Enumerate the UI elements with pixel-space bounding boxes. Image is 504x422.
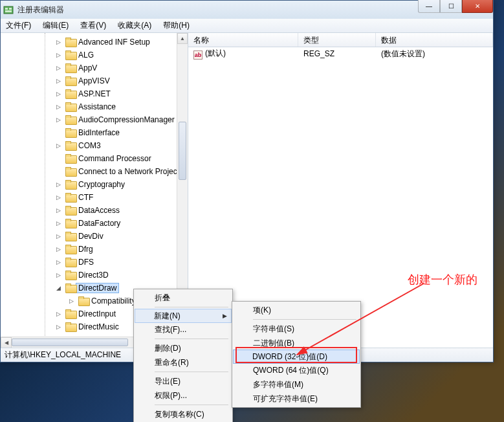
folder-icon xyxy=(65,141,76,150)
twisty-closed-icon[interactable]: ▷ xyxy=(56,259,64,265)
annotation-text: 创建一个新的 xyxy=(408,272,477,287)
twisty-closed-icon[interactable]: ▷ xyxy=(56,207,64,214)
tree-item[interactable]: ▷DevDiv xyxy=(1,230,188,243)
twisty-closed-icon[interactable]: ▷ xyxy=(56,246,64,252)
tree-item-label: Connect to a Network Projector xyxy=(78,167,186,176)
tree-item[interactable]: Command Processor xyxy=(1,152,188,165)
twisty-closed-icon[interactable]: ▷ xyxy=(56,117,64,123)
tree-item[interactable]: BidInterface xyxy=(1,126,188,139)
folder-icon xyxy=(65,50,76,60)
ctx-new-string[interactable]: 字符串值(S) xyxy=(234,322,359,336)
twisty-closed-icon[interactable]: ▷ xyxy=(56,220,64,227)
menu-favorites[interactable]: 收藏夹(A) xyxy=(115,19,154,32)
tree-item[interactable]: ▷Advanced INF Setup xyxy=(1,36,188,49)
twisty-closed-icon[interactable]: ▷ xyxy=(56,52,64,58)
tree-item[interactable]: Connect to a Network Projector xyxy=(1,165,188,178)
ctx-new[interactable]: 新建(N)▶ xyxy=(135,309,232,323)
ctx-new-qword[interactable]: QWORD (64 位)值(Q) xyxy=(234,363,359,377)
tree-item-label: DirectDraw xyxy=(76,283,119,293)
tree-item[interactable]: ▷Direct3D xyxy=(1,269,188,282)
ctx-separator xyxy=(155,372,228,372)
tree-item[interactable]: ▷Cryptography xyxy=(1,178,188,191)
ctx-new-binary[interactable]: 二进制值(B) xyxy=(234,336,359,350)
tree-item[interactable]: ▷AppV xyxy=(1,61,188,74)
submenu-arrow-icon: ▶ xyxy=(223,313,227,319)
tree-item-label: DFS xyxy=(78,258,94,267)
twisty-closed-icon[interactable]: ▷ xyxy=(69,298,77,304)
twisty-closed-icon[interactable]: ▷ xyxy=(56,78,64,84)
regedit-icon xyxy=(3,5,14,15)
ctx-new-expandstring[interactable]: 可扩充字符串值(E) xyxy=(234,392,359,406)
twisty-closed-icon[interactable]: ▷ xyxy=(56,324,64,330)
maximize-button[interactable]: ☐ xyxy=(440,0,462,13)
twisty-closed-icon[interactable]: ▷ xyxy=(56,233,64,239)
menu-help[interactable]: 帮助(H) xyxy=(160,19,192,32)
menu-file[interactable]: 文件(F) xyxy=(3,19,34,32)
tree-item[interactable]: ▷Assistance xyxy=(1,100,188,113)
scroll-up-button[interactable]: ▲ xyxy=(177,33,188,44)
tree-item-label: ASP.NET xyxy=(78,89,111,98)
twisty-closed-icon[interactable]: ▷ xyxy=(56,181,64,188)
ctx-permissions[interactable]: 权限(P)... xyxy=(135,388,231,403)
ctx-export[interactable]: 导出(E) xyxy=(135,374,231,388)
col-name[interactable]: 名称 xyxy=(188,33,298,47)
tree-item-label: DataFactory xyxy=(78,219,120,228)
ctx-rename[interactable]: 重命名(R) xyxy=(135,355,231,370)
tree-item-label: Advanced INF Setup xyxy=(78,38,150,47)
tree-item[interactable]: ▷DataAccess xyxy=(1,204,188,217)
ctx-new-multistring[interactable]: 多字符串值(M) xyxy=(234,377,359,392)
ctx-find[interactable]: 查找(F)... xyxy=(135,322,231,337)
twisty-closed-icon[interactable]: ▷ xyxy=(56,39,64,45)
twisty-closed-icon[interactable]: ▷ xyxy=(56,65,64,71)
tree-item[interactable]: ▷ALG xyxy=(1,49,188,61)
tree-item[interactable]: ▷DFS xyxy=(1,256,188,269)
ctx-copy-key-name[interactable]: 复制项名称(C) xyxy=(135,407,231,421)
twisty-closed-icon[interactable]: ▷ xyxy=(56,311,64,317)
tree-item[interactable]: ▷COM3 xyxy=(1,139,188,152)
minimize-button[interactable]: — xyxy=(418,0,440,13)
ctx-new-dword[interactable]: DWORD (32-位)值(D) xyxy=(233,350,360,364)
twisty-open-icon[interactable]: ◢ xyxy=(56,285,64,291)
ctx-separator xyxy=(155,405,228,405)
close-button[interactable]: ✕ xyxy=(462,0,493,13)
svg-rect-0 xyxy=(4,6,13,14)
hscroll-thumb[interactable] xyxy=(12,339,128,346)
tree-item-label: DirectInput xyxy=(78,309,116,318)
col-type[interactable]: 类型 xyxy=(298,33,376,47)
list-row-default[interactable]: ab(默认) REG_SZ (数值未设置) xyxy=(188,47,493,60)
folder-icon xyxy=(65,245,76,254)
tree-item-label: Assistance xyxy=(78,102,116,111)
twisty-closed-icon[interactable]: ▷ xyxy=(56,272,64,278)
menu-edit[interactable]: 编辑(E) xyxy=(40,19,71,32)
ctx-collapse[interactable]: 折叠 xyxy=(135,291,231,305)
twisty-closed-icon[interactable]: ▷ xyxy=(56,194,64,201)
tree-item[interactable]: ▷DataFactory xyxy=(1,217,188,230)
folder-icon xyxy=(65,180,76,189)
tree-item-label: AppV xyxy=(78,63,97,72)
tree-item-label: Direct3D xyxy=(78,271,109,280)
ctx-delete[interactable]: 删除(D) xyxy=(135,341,231,355)
twisty-closed-icon[interactable]: ▷ xyxy=(56,104,64,110)
tree-item[interactable]: ▷CTF xyxy=(1,191,188,204)
tree-item[interactable]: ▷ASP.NET xyxy=(1,87,188,100)
folder-icon xyxy=(65,206,76,215)
folder-icon xyxy=(65,309,76,318)
tree-item[interactable]: ▷AudioCompressionManager xyxy=(1,113,188,126)
tree-item[interactable]: ▷Dfrg xyxy=(1,243,188,256)
tree-item[interactable]: ▷AppVISV xyxy=(1,74,188,87)
list-header: 名称 类型 数据 xyxy=(188,33,493,47)
scroll-left-button[interactable]: ◀ xyxy=(1,337,12,348)
scroll-thumb[interactable] xyxy=(179,122,186,180)
tree-item-label: AppVISV xyxy=(78,76,110,85)
folder-icon xyxy=(65,115,76,124)
ctx-new-key[interactable]: 项(K) xyxy=(234,303,359,317)
tree-item-label: DirectMusic xyxy=(78,322,119,331)
ctx-separator xyxy=(253,319,356,320)
menu-view[interactable]: 查看(V) xyxy=(78,19,109,32)
twisty-closed-icon[interactable]: ▷ xyxy=(56,142,64,149)
menubar: 文件(F) 编辑(E) 查看(V) 收藏夹(A) 帮助(H) xyxy=(1,19,493,33)
ctx-separator xyxy=(155,307,228,307)
folder-icon xyxy=(65,258,76,267)
col-data[interactable]: 数据 xyxy=(376,33,493,47)
twisty-closed-icon[interactable]: ▷ xyxy=(56,91,64,97)
